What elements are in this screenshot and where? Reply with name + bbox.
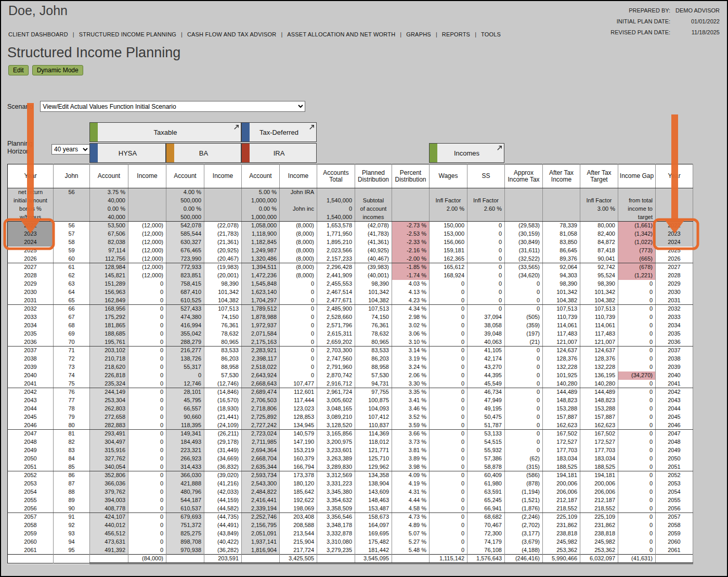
table-row-year-2026: 202660112,756(12,000)723,990(20,467)1,32… (8, 255, 693, 263)
year-cell-left[interactable]: 2042 (8, 388, 54, 396)
year-cell-left[interactable]: 2059 (8, 530, 54, 538)
edit-button[interactable]: Edit (8, 65, 29, 75)
year-cell-left[interactable]: 2051 (8, 463, 54, 471)
year-cell-left[interactable]: 2038 (8, 355, 54, 363)
year-cell-left[interactable]: 2049 (8, 446, 54, 455)
year-cell-left[interactable]: 2053 (8, 480, 54, 488)
year-cell-left[interactable]: 2057 (8, 513, 54, 521)
year-cell-right[interactable]: 2030 (656, 288, 693, 297)
year-cell-right[interactable]: 2038 (656, 355, 693, 363)
expand-icon[interactable] (496, 145, 503, 151)
year-cell-left[interactable]: 2025 (8, 247, 54, 255)
year-cell-right[interactable]: 2060 (656, 538, 693, 546)
year-cell-right[interactable]: 2039 (656, 363, 693, 371)
year-cell-left[interactable]: 2022 (8, 222, 54, 230)
year-cell-right[interactable]: 2054 (656, 488, 693, 496)
planning-horizon-select[interactable]: 40 years (51, 144, 90, 155)
year-cell-right[interactable]: 2029 (656, 280, 693, 288)
year-cell-left[interactable]: 2029 (8, 280, 54, 288)
year-cell-right[interactable]: 2027 (656, 263, 693, 272)
dynamic-mode-button[interactable]: Dynamic Mode (32, 65, 83, 75)
year-cell-right[interactable]: 2051 (656, 463, 693, 471)
year-cell-right[interactable]: 2046 (656, 421, 693, 430)
year-cell-right[interactable]: 2050 (656, 455, 693, 463)
year-cell-right[interactable]: 2059 (656, 530, 693, 538)
year-cell-left[interactable]: 2058 (8, 521, 54, 530)
year-cell-right[interactable]: 2053 (656, 480, 693, 488)
data-cell: 0 (128, 455, 166, 463)
nav-item-cash-flow-and-tax-advisor[interactable]: CASH FLOW AND TAX ADVISOR (187, 31, 276, 37)
year-cell-right[interactable]: 2042 (656, 388, 693, 396)
year-cell-left[interactable]: 2024 (8, 238, 54, 247)
year-cell-right[interactable]: 2040 (656, 371, 693, 380)
year-cell-left[interactable]: 2047 (8, 430, 54, 438)
year-cell-left[interactable]: 2039 (8, 363, 54, 371)
year-cell-left[interactable]: 2028 (8, 272, 54, 280)
year-cell-left[interactable]: 2030 (8, 288, 54, 297)
year-cell-right[interactable]: 2052 (656, 471, 693, 480)
data-cell: (1,022) (618, 238, 656, 247)
year-cell-right[interactable]: 2023 (656, 230, 693, 238)
year-cell-left[interactable]: 2036 (8, 338, 54, 347)
scenario-select[interactable]: View/Edit Actual Values Function Initial… (40, 101, 305, 112)
data-cell: 167,502 (543, 430, 580, 438)
year-cell-right[interactable]: 2045 (656, 413, 693, 421)
expand-icon[interactable] (233, 124, 240, 131)
year-cell-left[interactable]: 2044 (8, 405, 54, 413)
year-cell-right[interactable]: 2024 (656, 238, 693, 247)
year-cell-left[interactable]: 2035 (8, 330, 54, 338)
year-cell-left[interactable]: 2043 (8, 396, 54, 405)
year-cell-left[interactable]: 2056 (8, 505, 54, 513)
nav-item-reports[interactable]: REPORTS (442, 31, 470, 37)
year-cell-right[interactable]: 2047 (656, 430, 693, 438)
year-cell-left[interactable]: 2050 (8, 455, 54, 463)
year-cell-left[interactable]: 2034 (8, 322, 54, 330)
data-cell: 2,051,091 (242, 530, 280, 538)
year-cell-right[interactable]: 2057 (656, 513, 693, 521)
year-cell-left[interactable]: 2061 (8, 546, 54, 555)
year-cell-right[interactable]: 2056 (656, 505, 693, 513)
nav-item-client-dashboard[interactable]: CLIENT DASHBOARD (8, 31, 68, 37)
year-cell-right[interactable]: 2025 (656, 247, 693, 255)
nav-item-asset-allocation-and-net-worth[interactable]: ASSET ALLOCATION AND NET WORTH (287, 31, 395, 37)
year-cell-right[interactable]: 2036 (656, 338, 693, 347)
expand-icon[interactable] (308, 124, 315, 131)
year-cell-left[interactable]: 2054 (8, 488, 54, 496)
year-cell-right[interactable]: 2033 (656, 313, 693, 322)
year-cell-right[interactable]: 2049 (656, 446, 693, 455)
year-cell-left[interactable]: 2045 (8, 413, 54, 421)
year-cell-right[interactable]: 2026 (656, 255, 693, 263)
year-cell-right[interactable]: 2041 (656, 380, 693, 388)
year-cell-left[interactable]: 2033 (8, 313, 54, 322)
nav-item-graphs[interactable]: GRAPHS (406, 31, 431, 37)
nav-item-structured-income-planning[interactable]: STRUCTURED INCOME PLANNING (79, 31, 176, 37)
year-cell-right[interactable]: 2043 (656, 396, 693, 405)
year-cell-left[interactable]: 2041 (8, 380, 54, 388)
year-cell-left[interactable]: 2032 (8, 305, 54, 313)
year-cell-right[interactable]: 2022 (656, 222, 693, 230)
year-cell-left[interactable]: 2023 (8, 230, 54, 238)
year-cell-right[interactable]: 2048 (656, 438, 693, 446)
year-cell-left[interactable]: 2048 (8, 438, 54, 446)
total-cell: (41,631) (618, 555, 656, 563)
year-cell-left[interactable]: 2060 (8, 538, 54, 546)
year-cell-right[interactable]: 2061 (656, 546, 693, 555)
year-cell-right[interactable]: 2031 (656, 297, 693, 305)
year-cell-left[interactable]: 2037 (8, 347, 54, 355)
year-cell-left[interactable]: 2046 (8, 421, 54, 430)
year-cell-right[interactable]: 2037 (656, 347, 693, 355)
year-cell-right[interactable]: 2035 (656, 330, 693, 338)
year-cell-left[interactable]: 2052 (8, 471, 54, 480)
year-cell-right[interactable]: 2055 (656, 496, 693, 505)
year-cell-right[interactable]: 2044 (656, 405, 693, 413)
year-cell-left[interactable]: 2027 (8, 263, 54, 272)
nav-item-tools[interactable]: TOOLS (481, 31, 501, 37)
year-cell-right[interactable]: 2032 (656, 305, 693, 313)
year-cell-left[interactable]: 2055 (8, 496, 54, 505)
year-cell-right[interactable]: 2028 (656, 272, 693, 280)
year-cell-right[interactable]: 2034 (656, 322, 693, 330)
year-cell-left[interactable]: 2031 (8, 297, 54, 305)
year-cell-right[interactable]: 2058 (656, 521, 693, 530)
year-cell-left[interactable]: 2040 (8, 371, 54, 380)
year-cell-left[interactable]: 2026 (8, 255, 54, 263)
